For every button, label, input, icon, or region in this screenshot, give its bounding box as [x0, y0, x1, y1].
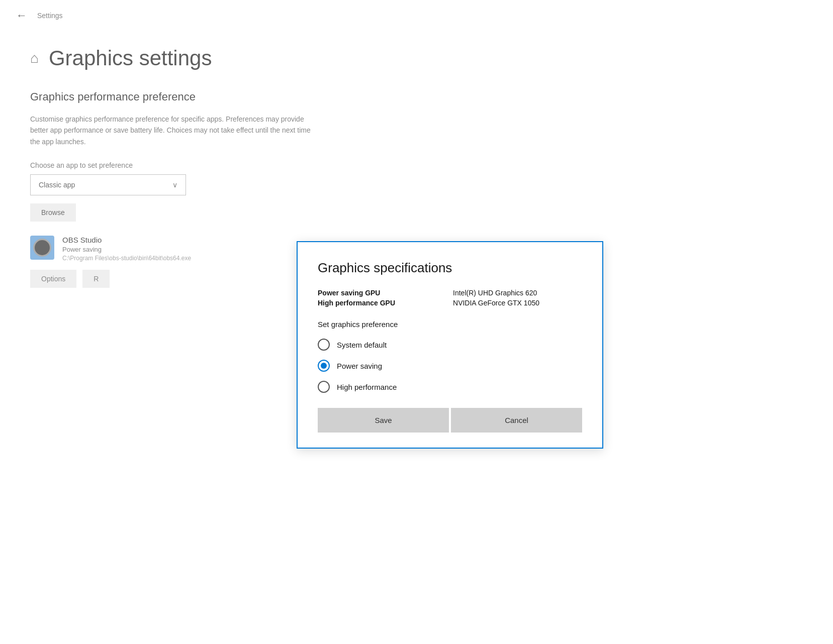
radio-item-power-saving[interactable]: Power saving: [318, 360, 582, 372]
radio-circle-power-saving: [318, 360, 330, 372]
high-perf-gpu-value: NVIDIA GeForce GTX 1050: [453, 299, 582, 307]
save-button[interactable]: Save: [318, 408, 449, 433]
radio-label-system-default: System default: [337, 341, 387, 349]
dialog-title: Graphics specifications: [318, 260, 582, 276]
radio-circle-system-default: [318, 339, 330, 351]
radio-group: System default Power saving High perform…: [318, 339, 582, 393]
radio-circle-high-performance: [318, 381, 330, 393]
power-saving-gpu-label: Power saving GPU: [318, 289, 438, 297]
cancel-button[interactable]: Cancel: [451, 408, 582, 433]
power-saving-gpu-value: Intel(R) UHD Graphics 620: [453, 289, 582, 297]
radio-dot-power-saving: [321, 363, 327, 369]
spec-grid: Power saving GPU Intel(R) UHD Graphics 6…: [318, 289, 582, 307]
dialog-buttons: Save Cancel: [318, 408, 582, 433]
high-perf-gpu-label: High performance GPU: [318, 299, 438, 307]
graphics-spec-dialog: Graphics specifications Power saving GPU…: [297, 241, 603, 449]
radio-label-power-saving: Power saving: [337, 362, 382, 370]
radio-item-system-default[interactable]: System default: [318, 339, 582, 351]
radio-label-high-performance: High performance: [337, 383, 397, 391]
radio-item-high-performance[interactable]: High performance: [318, 381, 582, 393]
pref-title: Set graphics preference: [318, 320, 582, 329]
